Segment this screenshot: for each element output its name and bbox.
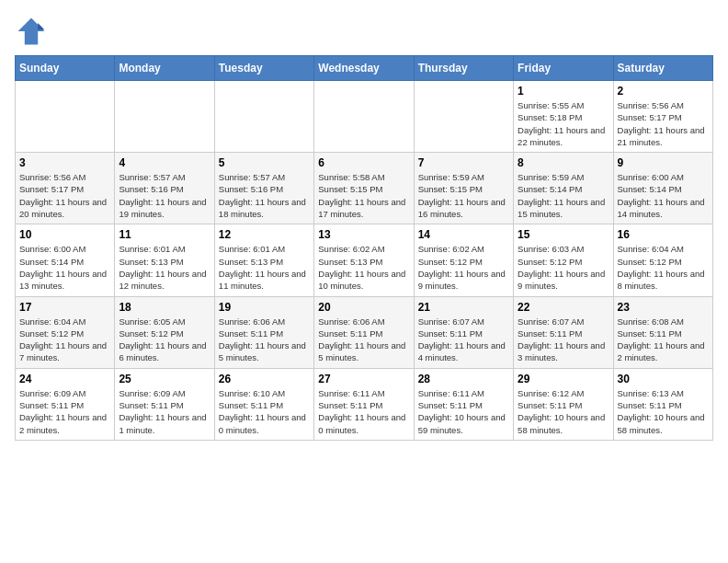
day-info: Sunrise: 5:58 AMSunset: 5:15 PMDaylight:…: [318, 171, 409, 220]
day-number: 25: [119, 373, 210, 385]
table-cell: [414, 81, 513, 153]
day-info: Sunrise: 6:03 AMSunset: 5:12 PMDaylight:…: [518, 243, 609, 292]
table-cell: 16Sunrise: 6:04 AMSunset: 5:12 PMDayligh…: [613, 224, 712, 296]
table-cell: 28Sunrise: 6:11 AMSunset: 5:11 PMDayligh…: [414, 368, 513, 440]
table-cell: [16, 81, 115, 153]
day-number: 3: [19, 156, 110, 169]
svg-marker-1: [38, 23, 44, 29]
table-cell: 11Sunrise: 6:01 AMSunset: 5:13 PMDayligh…: [115, 224, 214, 296]
day-number: 11: [119, 228, 210, 241]
table-cell: 23Sunrise: 6:08 AMSunset: 5:11 PMDayligh…: [613, 296, 712, 368]
day-info: Sunrise: 5:59 AMSunset: 5:14 PMDaylight:…: [518, 171, 609, 220]
table-cell: 29Sunrise: 6:12 AMSunset: 5:11 PMDayligh…: [514, 368, 613, 440]
day-number: 12: [219, 228, 310, 241]
week-row-3: 10Sunrise: 6:00 AMSunset: 5:14 PMDayligh…: [16, 224, 713, 296]
day-info: Sunrise: 6:04 AMSunset: 5:12 PMDaylight:…: [618, 243, 709, 292]
header-tuesday: Tuesday: [214, 56, 313, 81]
day-info: Sunrise: 6:08 AMSunset: 5:11 PMDaylight:…: [618, 316, 709, 364]
day-info: Sunrise: 6:10 AMSunset: 5:11 PMDaylight:…: [219, 387, 310, 436]
day-number: 19: [219, 301, 310, 314]
table-cell: 9Sunrise: 6:00 AMSunset: 5:14 PMDaylight…: [613, 153, 712, 224]
table-cell: 14Sunrise: 6:02 AMSunset: 5:12 PMDayligh…: [414, 224, 513, 296]
day-info: Sunrise: 5:59 AMSunset: 5:15 PMDaylight:…: [418, 171, 509, 220]
day-number: 5: [219, 156, 310, 169]
day-number: 4: [119, 156, 210, 169]
day-number: 21: [418, 301, 509, 314]
table-cell: 21Sunrise: 6:07 AMSunset: 5:11 PMDayligh…: [414, 296, 513, 368]
day-number: 29: [518, 373, 609, 385]
table-cell: 26Sunrise: 6:10 AMSunset: 5:11 PMDayligh…: [214, 368, 313, 440]
table-cell: 10Sunrise: 6:00 AMSunset: 5:14 PMDayligh…: [16, 224, 115, 296]
table-cell: 3Sunrise: 5:56 AMSunset: 5:17 PMDaylight…: [16, 153, 115, 224]
day-info: Sunrise: 5:56 AMSunset: 5:17 PMDaylight:…: [618, 99, 709, 148]
svg-marker-0: [18, 18, 45, 45]
table-cell: 17Sunrise: 6:04 AMSunset: 5:12 PMDayligh…: [16, 296, 115, 368]
day-info: Sunrise: 6:07 AMSunset: 5:11 PMDaylight:…: [518, 316, 609, 364]
day-info: Sunrise: 5:57 AMSunset: 5:16 PMDaylight:…: [119, 171, 210, 220]
day-number: 24: [19, 373, 110, 385]
table-cell: 1Sunrise: 5:55 AMSunset: 5:18 PMDaylight…: [514, 81, 613, 153]
header-thursday: Thursday: [414, 56, 513, 81]
day-number: 7: [418, 156, 509, 169]
day-number: 10: [19, 228, 110, 241]
table-cell: 24Sunrise: 6:09 AMSunset: 5:11 PMDayligh…: [16, 368, 115, 440]
day-number: 14: [418, 228, 509, 241]
day-number: 2: [618, 85, 709, 98]
day-number: 17: [19, 301, 110, 314]
table-cell: [115, 81, 214, 153]
table-cell: 20Sunrise: 6:06 AMSunset: 5:11 PMDayligh…: [314, 296, 414, 368]
day-number: 18: [119, 301, 210, 314]
day-number: 27: [318, 373, 409, 385]
day-number: 16: [618, 228, 709, 241]
day-number: 30: [618, 373, 709, 385]
logo-icon: [15, 15, 48, 48]
week-row-1: 1Sunrise: 5:55 AMSunset: 5:18 PMDaylight…: [16, 81, 713, 153]
day-info: Sunrise: 6:01 AMSunset: 5:13 PMDaylight:…: [119, 243, 210, 292]
table-cell: 13Sunrise: 6:02 AMSunset: 5:13 PMDayligh…: [314, 224, 414, 296]
day-number: 22: [518, 301, 609, 314]
table-cell: [314, 81, 414, 153]
day-info: Sunrise: 6:01 AMSunset: 5:13 PMDaylight:…: [219, 243, 310, 292]
page-header: [15, 15, 713, 48]
table-cell: 15Sunrise: 6:03 AMSunset: 5:12 PMDayligh…: [514, 224, 613, 296]
day-number: 6: [318, 156, 409, 169]
table-cell: [214, 81, 313, 153]
day-info: Sunrise: 5:55 AMSunset: 5:18 PMDaylight:…: [518, 99, 609, 148]
day-info: Sunrise: 6:02 AMSunset: 5:12 PMDaylight:…: [418, 243, 509, 292]
header-monday: Monday: [115, 56, 214, 81]
header-wednesday: Wednesday: [314, 56, 414, 81]
day-info: Sunrise: 5:57 AMSunset: 5:16 PMDaylight:…: [219, 171, 310, 220]
table-cell: 30Sunrise: 6:13 AMSunset: 5:11 PMDayligh…: [613, 368, 712, 440]
logo: [15, 15, 51, 48]
day-number: 8: [518, 156, 609, 169]
week-row-5: 24Sunrise: 6:09 AMSunset: 5:11 PMDayligh…: [16, 368, 713, 440]
table-cell: 22Sunrise: 6:07 AMSunset: 5:11 PMDayligh…: [514, 296, 613, 368]
table-cell: 19Sunrise: 6:06 AMSunset: 5:11 PMDayligh…: [214, 296, 313, 368]
day-info: Sunrise: 6:11 AMSunset: 5:11 PMDaylight:…: [318, 387, 409, 436]
day-number: 9: [618, 156, 709, 169]
day-info: Sunrise: 6:07 AMSunset: 5:11 PMDaylight:…: [418, 316, 509, 364]
day-number: 23: [618, 301, 709, 314]
day-info: Sunrise: 6:06 AMSunset: 5:11 PMDaylight:…: [318, 316, 409, 364]
table-cell: 8Sunrise: 5:59 AMSunset: 5:14 PMDaylight…: [514, 153, 613, 224]
day-info: Sunrise: 6:13 AMSunset: 5:11 PMDaylight:…: [618, 387, 709, 436]
header-friday: Friday: [514, 56, 613, 81]
day-info: Sunrise: 6:00 AMSunset: 5:14 PMDaylight:…: [618, 171, 709, 220]
table-cell: 5Sunrise: 5:57 AMSunset: 5:16 PMDaylight…: [214, 153, 313, 224]
table-cell: 6Sunrise: 5:58 AMSunset: 5:15 PMDaylight…: [314, 153, 414, 224]
day-info: Sunrise: 6:12 AMSunset: 5:11 PMDaylight:…: [518, 387, 609, 436]
day-number: 28: [418, 373, 509, 385]
day-info: Sunrise: 5:56 AMSunset: 5:17 PMDaylight:…: [19, 171, 110, 220]
day-info: Sunrise: 6:09 AMSunset: 5:11 PMDaylight:…: [119, 387, 210, 436]
table-cell: 12Sunrise: 6:01 AMSunset: 5:13 PMDayligh…: [214, 224, 313, 296]
day-info: Sunrise: 6:09 AMSunset: 5:11 PMDaylight:…: [19, 387, 110, 436]
table-cell: 18Sunrise: 6:05 AMSunset: 5:12 PMDayligh…: [115, 296, 214, 368]
day-info: Sunrise: 6:02 AMSunset: 5:13 PMDaylight:…: [318, 243, 409, 292]
week-row-4: 17Sunrise: 6:04 AMSunset: 5:12 PMDayligh…: [16, 296, 713, 368]
days-header-row: SundayMondayTuesdayWednesdayThursdayFrid…: [16, 56, 713, 81]
table-cell: 25Sunrise: 6:09 AMSunset: 5:11 PMDayligh…: [115, 368, 214, 440]
day-info: Sunrise: 6:06 AMSunset: 5:11 PMDaylight:…: [219, 316, 310, 364]
day-number: 20: [318, 301, 409, 314]
day-info: Sunrise: 6:11 AMSunset: 5:11 PMDaylight:…: [418, 387, 509, 436]
day-info: Sunrise: 6:04 AMSunset: 5:12 PMDaylight:…: [19, 316, 110, 364]
